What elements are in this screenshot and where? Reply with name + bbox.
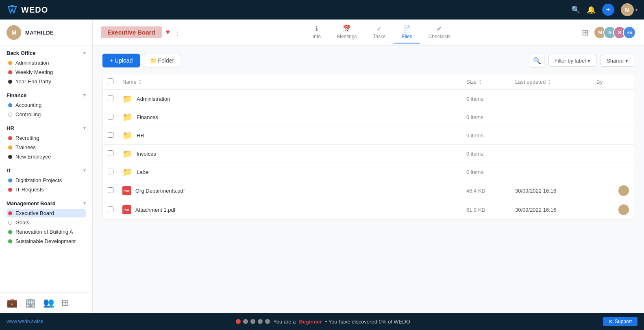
- sidebar-item-sustainable-development[interactable]: Sustainable Development: [7, 237, 86, 245]
- dot-icon: [8, 145, 12, 150]
- search-button[interactable]: 🔍: [530, 54, 544, 67]
- wedo-logo-icon: [7, 4, 18, 15]
- sidebar-section-header-it[interactable]: IT ▾: [7, 167, 86, 174]
- row-checkbox[interactable]: [108, 206, 113, 212]
- bell-icon[interactable]: 🔔: [587, 5, 596, 14]
- building-icon[interactable]: 🏢: [25, 297, 36, 308]
- tab-navigation: ℹ Info 📅 Meetings ✓ Tasks 📄 Files ✔: [305, 22, 459, 43]
- sidebar-item-administration[interactable]: Administration: [7, 59, 86, 67]
- row-checkbox-container: [108, 150, 122, 157]
- size-cell: 0 items: [466, 114, 515, 120]
- favorite-button[interactable]: ♥: [166, 28, 170, 37]
- row-checkbox[interactable]: [108, 132, 113, 138]
- person-group-icon[interactable]: 👥: [43, 297, 54, 308]
- filter-by-label-button[interactable]: Filter by label ▾: [548, 55, 596, 67]
- sidebar-item-recruiting[interactable]: Recruiting: [7, 134, 86, 142]
- sidebar-item-weekly-meeting[interactable]: Weekly Meeting: [7, 68, 86, 76]
- folder-button[interactable]: 📁 Folder: [144, 54, 180, 67]
- row-checkbox[interactable]: [108, 169, 113, 174]
- calendar-icon: 📅: [343, 25, 351, 33]
- topbar-right-area: ⊞ M A S +5: [582, 26, 636, 39]
- shared-button[interactable]: Shared ▾: [600, 55, 634, 67]
- board-title-button[interactable]: Executive Board: [101, 26, 162, 38]
- sidebar-item-new-employee[interactable]: New Employee: [7, 152, 86, 161]
- tab-info[interactable]: ℹ Info: [305, 22, 329, 43]
- sidebar-item-goals[interactable]: Goals: [7, 218, 86, 227]
- select-all-checkbox-container: [108, 78, 122, 85]
- folder-icon: 📁: [122, 112, 133, 122]
- by-column-header: By: [596, 79, 629, 85]
- files-table: Name ▲▼ Size ▲▼ Last updated ▲▼ By: [102, 74, 634, 219]
- chevron-down-icon: ▾: [625, 58, 628, 64]
- dot-icon: [8, 136, 12, 140]
- dot-icon: [8, 70, 12, 74]
- file-name-cell: PDF Org Departments.pdf: [122, 186, 466, 195]
- tab-meetings[interactable]: 📅 Meetings: [329, 22, 365, 43]
- add-button[interactable]: +: [602, 4, 614, 16]
- sidebar-section-finance: Finance ▾ Accounting Controlling: [0, 88, 92, 121]
- row-checkbox-container: [108, 114, 122, 121]
- beginner-label: Beginner: [299, 319, 322, 325]
- last-updated-column-header[interactable]: Last updated ▲▼: [515, 79, 596, 85]
- user-avatar: M: [621, 3, 634, 16]
- row-checkbox[interactable]: [108, 114, 113, 119]
- grid-icon[interactable]: ⊞: [61, 297, 69, 308]
- user-menu[interactable]: M ▾: [621, 3, 637, 16]
- row-checkbox-container: [108, 96, 122, 102]
- row-checkbox[interactable]: [108, 96, 113, 101]
- select-all-checkbox[interactable]: [108, 78, 113, 84]
- dot-icon: [8, 103, 12, 107]
- size-cell: 0 items: [466, 151, 515, 157]
- sidebar-username: MATHILDE: [25, 30, 54, 36]
- sidebar-section-header-management-board[interactable]: Management Board ▾: [7, 200, 86, 206]
- topbar-actions: 🔍 🔔 + M ▾: [571, 3, 637, 16]
- file-name-cell: 📁 Finances: [122, 112, 466, 122]
- files-toolbar-left: + Upload 📁 Folder: [102, 54, 180, 67]
- support-button[interactable]: ⊗ Support: [603, 317, 637, 326]
- sidebar-bottom-icons: 💼 🏢 👥 ⊞: [0, 292, 92, 313]
- size-column-header[interactable]: Size ▲▼: [466, 79, 515, 85]
- row-checkbox[interactable]: [108, 187, 113, 193]
- sidebar-item-digitization-projects[interactable]: Digitization Projects: [7, 176, 86, 185]
- content-area: Executive Board ♥ ⋮ ℹ Info 📅 Meetings ✓ …: [93, 20, 644, 313]
- sidebar-section-header-back-office[interactable]: Back Office ▾: [7, 50, 86, 56]
- dot-icon: [8, 211, 12, 215]
- sidebar-section-header-hr[interactable]: HR ▾: [7, 125, 86, 131]
- sidebar-item-executive-board[interactable]: Executive Board: [7, 209, 86, 217]
- upload-button[interactable]: + Upload: [102, 54, 140, 67]
- name-column-header[interactable]: Name ▲▼: [122, 79, 466, 85]
- dot-icon: [8, 155, 12, 159]
- sidebar-item-accounting[interactable]: Accounting: [7, 101, 86, 109]
- size-cell: 61.9 KB: [466, 207, 515, 213]
- sidebar-item-it-requests[interactable]: IT Requests: [7, 185, 86, 194]
- folder-icon: 📁: [122, 94, 133, 104]
- sidebar-section-header-finance[interactable]: Finance ▾: [7, 92, 86, 98]
- more-options-button[interactable]: ⋮: [174, 28, 181, 37]
- chevron-down-icon: ▾: [83, 50, 86, 56]
- size-cell: 0 items: [466, 96, 515, 102]
- search-icon[interactable]: 🔍: [571, 5, 580, 14]
- chevron-down-icon: ▾: [587, 58, 590, 64]
- table-row: PDF Org Departments.pdf 46.4 KB 30/09/20…: [103, 181, 634, 200]
- tab-tasks[interactable]: ✓ Tasks: [365, 22, 394, 43]
- table-row: PDF Attachment 1.pdf 61.9 KB 30/09/2022 …: [103, 200, 634, 219]
- bottom-bar: www.wedo.swiss You are a Beginner • You …: [0, 313, 644, 330]
- website-link[interactable]: www.wedo.swiss: [7, 319, 43, 324]
- secondary-topbar: Executive Board ♥ ⋮ ℹ Info 📅 Meetings ✓ …: [93, 20, 644, 46]
- folder-icon: 📁: [122, 149, 133, 158]
- row-checkbox[interactable]: [108, 150, 113, 156]
- briefcase-icon[interactable]: 💼: [7, 297, 17, 308]
- info-icon: ℹ: [315, 25, 318, 33]
- sidebar-section-hr: HR ▾ Recruiting Trainees New Employee: [0, 121, 92, 163]
- sidebar-item-renovation-building-a[interactable]: Renovation of Building A: [7, 228, 86, 236]
- svg-marker-0: [8, 7, 16, 13]
- tab-files[interactable]: 📄 Files: [394, 22, 420, 43]
- sidebar-item-year-end-party[interactable]: Year-End Party: [7, 77, 86, 86]
- member-more-button[interactable]: +5: [623, 26, 636, 39]
- sidebar-item-trainees[interactable]: Trainees: [7, 143, 86, 152]
- layout-grid-icon[interactable]: ⊞: [582, 28, 589, 37]
- dot-icon: [8, 178, 12, 182]
- sidebar-item-controlling[interactable]: Controlling: [7, 110, 86, 119]
- tab-checklists[interactable]: ✔ Checklists: [420, 22, 459, 43]
- dot-icon: [8, 188, 12, 192]
